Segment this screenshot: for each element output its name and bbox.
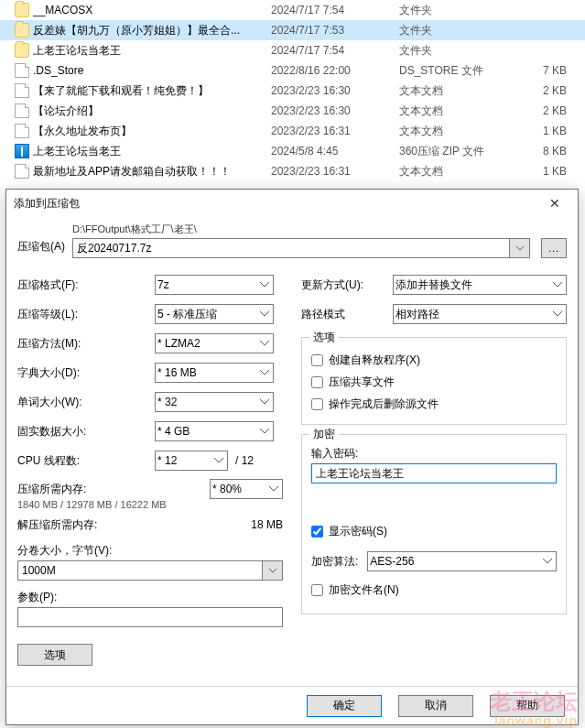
params-input[interactable] [17,607,283,627]
folder-icon [15,3,29,17]
encrypt-names-check-input[interactable] [311,584,323,596]
file-row[interactable]: 上老王论坛当老王2024/7/17 7:54文件夹 [0,40,585,60]
params-label: 参数(P): [17,590,283,605]
file-row[interactable]: 上老王论坛当老王2024/5/8 4:45360压缩 ZIP 文件8 KB [0,141,585,161]
file-name: 【永久地址发布页】 [33,124,271,139]
enc-method-select[interactable]: AES-256 [367,551,557,571]
close-icon[interactable]: ✕ [534,190,576,216]
file-row[interactable]: __MACOSX2024/7/17 7:54文件夹 [0,0,585,20]
sfx-check-input[interactable] [311,354,323,366]
folder-icon [15,43,29,58]
file-row[interactable]: 最新地址及APP请发邮箱自动获取！！！2023/2/23 16:31文本文档1 … [0,161,585,181]
file-size: 1 KB [523,165,578,178]
show-password-check-input[interactable] [311,526,323,538]
cpu-select[interactable]: * 12 [155,451,228,471]
level-select[interactable]: 5 - 标准压缩 [155,304,274,324]
file-name: 【来了就能下载和观看！纯免费！】 [33,83,271,99]
file-icon [15,83,29,98]
show-password-checkbox[interactable]: 显示密码(S) [311,520,557,542]
share-checkbox[interactable]: 压缩共享文件 [311,371,557,393]
word-label: 单词大小(W): [17,395,155,410]
button-bar: 确定 取消 帮助 [6,686,578,724]
enc-method-label: 加密算法: [311,554,358,570]
mem-req-values: 1840 MB / 12978 MB / 16222 MB [17,499,283,510]
dict-select[interactable]: * 16 MB [155,363,274,383]
method-select[interactable]: * LZMA2 [155,333,274,353]
file-row[interactable]: 【论坛介绍】2023/2/23 16:30文本文档2 KB [0,101,585,121]
mem-decomp-value: 18 MB [228,518,283,531]
archive-dir: D:\FFOutput\格式工厂\老王\ [72,223,530,236]
file-name: 上老王论坛当老王 [33,43,271,59]
encrypt-names-checkbox[interactable]: 加密文件名(N) [311,579,557,601]
split-label: 分卷大小，字节(V): [17,543,283,559]
dialog-title: 添加到压缩包 [14,196,80,212]
file-icon [15,164,29,179]
mem-req-label: 压缩所需内存: [17,482,210,497]
file-date: 2024/7/17 7:54 [271,4,399,16]
options-button[interactable]: 选项 [17,644,92,666]
file-icon [15,63,29,78]
file-name: 【论坛介绍】 [33,103,271,119]
split-input[interactable] [17,560,263,581]
browse-button[interactable]: ... [541,238,567,258]
sfx-checkbox[interactable]: 创建自释放程序(X) [311,349,557,371]
solid-select[interactable]: * 4 GB [155,421,274,441]
file-size: 7 KB [523,64,578,77]
pathmode-label: 路径模式 [301,307,393,322]
file-name: 最新地址及APP请发邮箱自动获取！！！ [33,164,271,179]
delete-after-checkbox[interactable]: 操作完成后删除源文件 [311,393,557,415]
format-label: 压缩格式(F): [17,277,155,293]
archive-dropdown-button[interactable] [510,238,530,258]
file-type: 文件夹 [399,43,523,59]
file-date: 2023/2/23 16:31 [271,165,399,178]
file-type: 文本文档 [399,103,523,119]
split-dropdown-button[interactable] [263,560,283,581]
file-size: 1 KB [523,125,578,137]
file-date: 2023/2/23 16:31 [271,125,399,137]
file-row[interactable]: .DS_Store2022/8/16 22:00DS_STORE 文件7 KB [0,60,585,81]
ok-button[interactable]: 确定 [307,695,382,717]
file-type: 360压缩 ZIP 文件 [399,144,523,159]
file-name: 上老王论坛当老王 [33,144,271,159]
archive-label: 压缩包(A) [17,239,72,258]
file-date: 2024/7/17 7:54 [271,44,399,57]
file-list: __MACOSX2024/7/17 7:54文件夹反差婊【胡九万（原小芳姐姐）】… [0,0,585,181]
dict-label: 字典大小(D): [17,365,155,381]
file-row[interactable]: 【来了就能下载和观看！纯免费！】2023/2/23 16:30文本文档2 KB [0,81,585,101]
format-select[interactable]: 7z [155,275,274,295]
word-select[interactable]: * 32 [155,392,274,412]
pathmode-select[interactable]: 相对路径 [393,304,567,324]
file-row[interactable]: 【永久地址发布页】2023/2/23 16:31文本文档1 KB [0,121,585,141]
file-name: __MACOSX [33,4,271,16]
mem-decomp-label: 解压缩所需内存: [17,517,228,533]
update-select[interactable]: 添加并替换文件 [393,275,567,295]
share-check-input[interactable] [311,376,323,388]
folder-icon [15,23,29,38]
file-row[interactable]: 反差婊【胡九万（原小芳姐姐）】最全合...2024/7/17 7:53文件夹 [0,20,585,40]
file-date: 2024/7/17 7:53 [271,24,399,37]
password-input[interactable] [311,463,557,484]
file-type: 文件夹 [399,3,523,18]
file-type: 文本文档 [399,164,523,179]
cpu-max: / 12 [235,454,254,467]
file-size: 2 KB [523,84,578,97]
mem-pct-select[interactable]: * 80% [210,479,283,499]
cancel-button[interactable]: 取消 [398,695,473,717]
file-icon [15,103,29,118]
delete-after-check-input[interactable] [311,398,323,410]
file-type: 文本文档 [399,124,523,139]
file-date: 2023/2/23 16:30 [271,84,399,97]
encrypt-group: 加密 输入密码: 显示密码(S) 加密算法: AES-256 加密文件名(N) [301,434,567,614]
solid-label: 固实数据大小: [17,424,155,440]
file-date: 2024/5/8 4:45 [271,145,399,158]
options-legend: 选项 [309,330,339,345]
add-to-archive-dialog: 添加到压缩包 ✕ 压缩包(A) D:\FFOutput\格式工厂\老王\ ...… [5,189,579,725]
password-label: 输入密码: [311,446,557,462]
archive-filename-input[interactable] [72,238,510,258]
file-type: 文件夹 [399,23,523,38]
help-button[interactable]: 帮助 [490,695,565,717]
method-label: 压缩方法(M): [17,336,155,352]
file-type: 文本文档 [399,83,523,99]
file-date: 2022/8/16 22:00 [271,64,399,77]
file-name: 反差婊【胡九万（原小芳姐姐）】最全合... [33,23,271,38]
